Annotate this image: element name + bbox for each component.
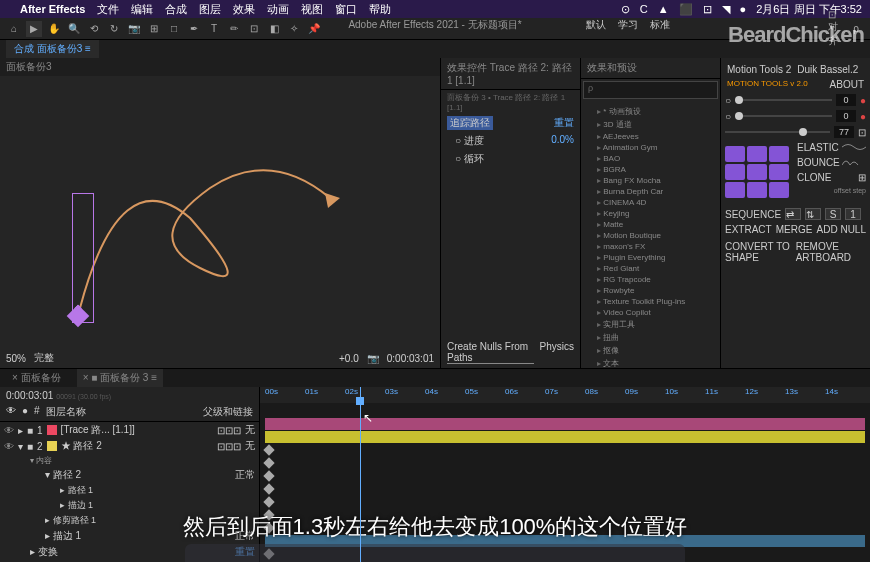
wave-icon[interactable] xyxy=(842,142,866,152)
tl-tab[interactable]: × 面板备份 xyxy=(6,369,67,387)
rotate-tool[interactable]: ↻ xyxy=(106,21,122,37)
exposure[interactable]: +0.0 xyxy=(339,353,359,364)
preset-item[interactable]: Keyjing xyxy=(585,208,716,219)
ws-default[interactable]: 默认 xyxy=(586,18,606,32)
slider-2[interactable]: ○0● xyxy=(725,108,866,124)
preset-item[interactable]: BGRA xyxy=(585,164,716,175)
slider-1[interactable]: ○0● xyxy=(725,92,866,108)
preset-item[interactable]: Burna Depth Car xyxy=(585,186,716,197)
time-ruler[interactable]: 00s01s02s03s04s05s06s07s08s09s10s11s12s1… xyxy=(260,387,870,403)
preset-item[interactable]: 扭曲 xyxy=(585,331,716,344)
menu-view[interactable]: 视图 xyxy=(301,2,323,17)
btn-merge[interactable]: MERGE xyxy=(776,224,813,235)
roto-tool[interactable]: ✧ xyxy=(286,21,302,37)
preset-item[interactable]: Plugin Everything xyxy=(585,252,716,263)
layer-prop[interactable]: ▾ 内容 xyxy=(0,454,259,467)
btn-addnull[interactable]: ADD NULL xyxy=(817,224,866,235)
btn-convert[interactable]: CONVERT TO SHAPE xyxy=(725,241,796,263)
preset-item[interactable]: maxon's FX xyxy=(585,241,716,252)
home-icon[interactable]: ⌂ xyxy=(6,21,22,37)
composition-viewer[interactable]: 面板备份3 50% 完整 +0.0 📷 0:00:03:01 xyxy=(0,58,440,368)
pen-tool[interactable]: ✒ xyxy=(186,21,202,37)
preset-item[interactable]: Matte xyxy=(585,219,716,230)
clone-icon[interactable]: ⊞ xyxy=(858,172,866,183)
menu-comp[interactable]: 合成 xyxy=(165,2,187,17)
preset-item[interactable]: Video Copilot xyxy=(585,307,716,318)
text-tool[interactable]: T xyxy=(206,21,222,37)
clock[interactable]: 2月6日 周日 下午3:52 xyxy=(756,2,862,17)
camera-icon[interactable]: 📷 xyxy=(367,353,379,364)
preset-item[interactable]: * 动画预设 xyxy=(585,105,716,118)
preset-item[interactable]: RG Trapcode xyxy=(585,274,716,285)
wave-icon[interactable] xyxy=(842,157,866,167)
shape-tool[interactable]: □ xyxy=(166,21,182,37)
preset-item[interactable]: Texture Toolkit Plug-ins xyxy=(585,296,716,307)
menu-effect[interactable]: 效果 xyxy=(233,2,255,17)
preset-item[interactable]: 实用工具 xyxy=(585,318,716,331)
keyframe[interactable] xyxy=(263,470,274,481)
preset-search[interactable]: ρ xyxy=(583,81,718,99)
menu-window[interactable]: 窗口 xyxy=(335,2,357,17)
keyframe[interactable] xyxy=(263,457,274,468)
preset-item[interactable]: Rowbyte xyxy=(585,285,716,296)
zoom-tool[interactable]: 🔍 xyxy=(66,21,82,37)
seq-icon[interactable]: ⇅ xyxy=(805,208,821,220)
fx-prop-loop[interactable]: ○ 循环 xyxy=(441,150,580,168)
preset-item[interactable]: Motion Boutique xyxy=(585,230,716,241)
btn-remove-ab[interactable]: REMOVE ARTBOARD xyxy=(796,241,866,263)
seq-icon[interactable]: ⇄ xyxy=(785,208,801,220)
preset-item[interactable]: Bang FX Mocha xyxy=(585,175,716,186)
selection-tool[interactable]: ▶ xyxy=(26,21,42,37)
preset-item[interactable]: 文本 xyxy=(585,357,716,368)
layer-row[interactable]: 👁▸■1[Trace 路... [1.1]]⊡⊡⊡无 xyxy=(0,422,259,438)
layer-bar[interactable] xyxy=(265,431,865,443)
fx-name[interactable]: 追踪路径 xyxy=(447,116,493,130)
layer-prop[interactable]: ▾ 路径 2正常 xyxy=(0,467,259,483)
ws-learn[interactable]: 学习 xyxy=(618,18,638,32)
physics-tab[interactable]: Physics xyxy=(540,341,574,364)
hand-tool[interactable]: ✋ xyxy=(46,21,62,37)
sequence-row[interactable]: SEQUENCE ⇄ ⇅ S 1 xyxy=(725,208,866,220)
preset-item[interactable]: AEJeeves xyxy=(585,131,716,142)
layer-prop[interactable]: ▸ 描边 1 xyxy=(0,498,259,513)
orbit-tool[interactable]: ⟲ xyxy=(86,21,102,37)
preset-item[interactable]: 3D 通道 xyxy=(585,118,716,131)
canvas[interactable] xyxy=(10,88,430,338)
menu-edit[interactable]: 编辑 xyxy=(131,2,153,17)
ws-standard[interactable]: 标准 xyxy=(650,18,670,32)
brush-tool[interactable]: ✏ xyxy=(226,21,242,37)
anchor-grid[interactable] xyxy=(725,146,789,198)
menu-anim[interactable]: 动画 xyxy=(267,2,289,17)
nulls-tab[interactable]: Create Nulls From Paths xyxy=(447,341,534,364)
fx-reset[interactable]: 重置 xyxy=(554,116,574,130)
menu-layer[interactable]: 图层 xyxy=(199,2,221,17)
keyframe[interactable] xyxy=(263,444,274,455)
layer-bar[interactable] xyxy=(265,418,865,430)
menu-help[interactable]: 帮助 xyxy=(369,2,391,17)
keyframe[interactable] xyxy=(263,483,274,494)
quality[interactable]: 完整 xyxy=(34,351,54,365)
wifi-icon[interactable]: ◥ xyxy=(722,3,730,16)
macos-dock[interactable] xyxy=(185,544,685,562)
layer-row[interactable]: 👁▾■2★ 路径 2⊡⊡⊡无 xyxy=(0,438,259,454)
mt-about[interactable]: ABOUT xyxy=(830,79,864,90)
playhead[interactable] xyxy=(360,387,361,562)
preset-list[interactable]: * 动画预设 3D 通道 AEJeeves Animation Gym BAO … xyxy=(581,101,720,368)
preset-item[interactable]: Red Giant xyxy=(585,263,716,274)
preset-item[interactable]: 抠像 xyxy=(585,344,716,357)
pan-behind-tool[interactable]: ⊞ xyxy=(146,21,162,37)
preset-item[interactable]: Animation Gym xyxy=(585,142,716,153)
btn-extract[interactable]: EXTRACT xyxy=(725,224,772,235)
mt-tab[interactable]: Motion Tools 2 xyxy=(727,64,791,75)
app-name[interactable]: After Effects xyxy=(20,3,85,15)
comp-tab[interactable]: 合成 面板备份3 ≡ xyxy=(6,40,99,58)
clone-tool[interactable]: ⊡ xyxy=(246,21,262,37)
camera-tool[interactable]: 📷 xyxy=(126,21,142,37)
menu-file[interactable]: 文件 xyxy=(97,2,119,17)
eraser-tool[interactable]: ◧ xyxy=(266,21,282,37)
current-time[interactable]: 0:00:03:01 00091 (30.00 fps) xyxy=(0,387,259,403)
slider-3[interactable]: 77⊡ xyxy=(725,124,866,140)
preset-item[interactable]: CINEMA 4D xyxy=(585,197,716,208)
preset-item[interactable]: BAO xyxy=(585,153,716,164)
keyframe[interactable] xyxy=(263,496,274,507)
